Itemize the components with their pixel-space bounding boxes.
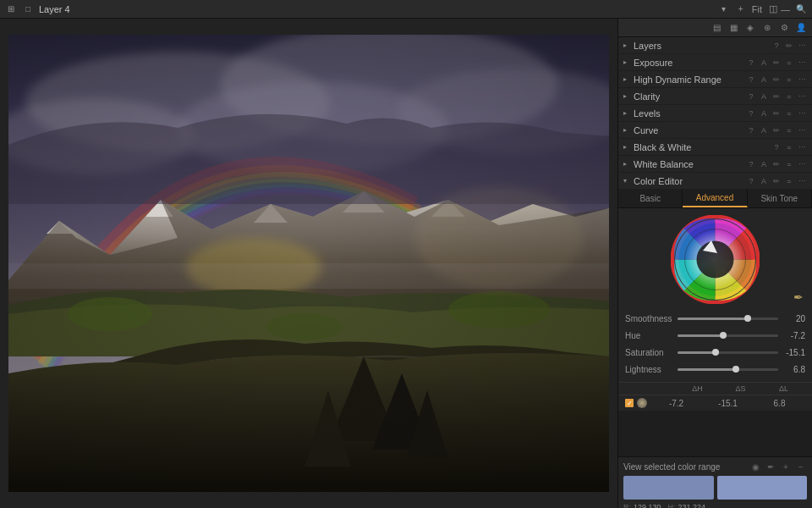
h-label: H: [668,503,677,508]
layer-dropdown-icon[interactable]: ▾ [718,3,730,15]
hdr-eq[interactable]: = [784,75,794,85]
toolbar-right: Fit ◫ — [752,3,790,14]
hue-fill [678,334,723,337]
saturation-track[interactable] [678,351,778,354]
hue-value: -7.2 [782,331,805,340]
bw-more[interactable]: ⋯ [797,142,807,152]
bw-eq[interactable]: = [784,142,794,152]
lev-a[interactable]: A [759,108,769,119]
square-icon[interactable]: □ [22,3,34,15]
layers-row[interactable]: ▸ Layers ? ✏ ⋯ [618,37,812,54]
ce-eq[interactable]: = [784,176,794,186]
color-sample-dot[interactable] [637,398,647,408]
r-value: 129 130 [634,503,661,508]
cr-add-icon[interactable]: + [780,461,792,472]
layers-more-icon[interactable]: ⋯ [797,41,807,51]
exposure-icons: ? A ✏ = ⋯ [746,58,807,68]
grid-icon[interactable]: ⊞ [5,3,17,15]
cur-more[interactable]: ⋯ [797,125,807,135]
panel-empty-space [618,411,812,457]
lev-more[interactable]: ⋯ [797,108,807,119]
layers-icon[interactable]: ▤ [710,22,722,34]
color-range-icons: ◉ ✒ + − [749,461,807,472]
color-icon[interactable]: ◈ [744,22,756,34]
ce-more[interactable]: ⋯ [797,176,807,186]
delta-header: ΔH ΔS ΔL [618,382,812,395]
hdr-row[interactable]: ▸ High Dynamic Range ? A ✏ = ⋯ [618,71,812,88]
ce-help[interactable]: ? [746,176,756,186]
saturation-value: -15.1 [782,348,805,357]
levels-row[interactable]: ▸ Levels ? A ✏ = ⋯ [618,105,812,122]
cur-eq[interactable]: = [784,125,794,135]
panel-scroll: ▸ Layers ? ✏ ⋯ ▸ Exposure ? A ✏ = ⋯ [618,37,812,508]
wb-a[interactable]: A [759,159,769,169]
clar-eq[interactable]: = [784,91,794,102]
lightness-track[interactable] [678,368,778,371]
exp-eq[interactable]: = [784,58,794,68]
add-layer-button[interactable]: + [735,3,747,15]
image-area [0,19,617,508]
color-wheel[interactable] [671,215,760,304]
hsb-col: H: 231 224 S: 24 22 B: 66 65 [668,503,706,508]
bw-help[interactable]: ? [771,142,782,152]
layers-edit-icon[interactable]: ✏ [784,41,794,51]
compare-icon[interactable]: ◫ [769,3,777,14]
smoothness-thumb[interactable] [744,315,751,322]
wb-edit[interactable]: ✏ [771,159,782,169]
hdr-help[interactable]: ? [746,75,756,85]
ce-a[interactable]: A [759,176,769,186]
hdr-a[interactable]: A [759,75,769,85]
exp-a[interactable]: A [759,58,769,68]
cr-pick-icon[interactable]: ✒ [765,461,776,472]
bw-label: Black & White [634,142,771,152]
cr-target-icon[interactable]: ◉ [749,461,761,472]
tab-skin-tone[interactable]: Skin Tone [748,190,812,207]
clar-more[interactable]: ⋯ [797,91,807,102]
ce-edit[interactable]: ✏ [771,176,782,186]
exp-help[interactable]: ? [746,58,756,68]
lev-help[interactable]: ? [746,108,756,119]
hdr-more[interactable]: ⋯ [797,75,807,85]
profile-icon[interactable]: 👤 [795,22,807,34]
smoothness-track[interactable] [678,318,778,320]
cur-a[interactable]: A [759,125,769,135]
saturation-slider-row: Saturation -15.1 [625,345,805,360]
hdr-edit[interactable]: ✏ [771,75,782,85]
color-editor-section: ▾ Color Editor ? A ✏ = ⋯ Basic Advanced … [618,173,812,508]
histogram-icon[interactable]: ▦ [727,22,739,34]
lev-edit[interactable]: ✏ [771,108,782,119]
clar-help[interactable]: ? [746,91,756,102]
cur-edit[interactable]: ✏ [771,125,782,135]
settings-icon[interactable]: ⚙ [778,22,790,34]
line-icon[interactable]: — [781,4,790,14]
hdr-label: High Dynamic Range [634,75,746,85]
cur-help[interactable]: ? [746,125,756,135]
lev-eq[interactable]: = [784,108,794,119]
curve-row[interactable]: ▸ Curve ? A ✏ = ⋯ [618,122,812,139]
color-editor-header[interactable]: ▾ Color Editor ? A ✏ = ⋯ [618,173,812,190]
tab-advanced[interactable]: Advanced [683,190,747,207]
wb-eq[interactable]: = [784,159,794,169]
exposure-row[interactable]: ▸ Exposure ? A ✏ = ⋯ [618,54,812,71]
exp-more[interactable]: ⋯ [797,58,807,68]
exp-edit[interactable]: ✏ [771,58,782,68]
tab-basic[interactable]: Basic [618,190,683,207]
wb-more[interactable]: ⋯ [797,159,807,169]
hue-label: Hue [625,331,674,340]
hue-track[interactable] [678,334,778,337]
layers-help-icon[interactable]: ? [771,41,782,51]
wb-help[interactable]: ? [746,159,756,169]
eyedropper-icon[interactable]: ✒ [793,290,804,304]
cr-minus-icon[interactable]: − [795,461,807,472]
adjustments-icon[interactable]: ⊛ [761,22,773,34]
search-icon[interactable]: 🔍 [795,3,807,15]
bw-row[interactable]: ▸ Black & White ? = ⋯ [618,139,812,156]
clar-a[interactable]: A [759,91,769,102]
saturation-thumb[interactable] [712,349,719,356]
sample-checkbox[interactable]: ✓ [625,399,634,407]
wb-row[interactable]: ▸ White Balance ? A ✏ = ⋯ [618,156,812,173]
clar-edit[interactable]: ✏ [771,91,782,102]
lightness-thumb[interactable] [732,366,739,373]
hue-thumb[interactable] [720,332,727,339]
clarity-row[interactable]: ▸ Clarity ? A ✏ = ⋯ [618,88,812,105]
